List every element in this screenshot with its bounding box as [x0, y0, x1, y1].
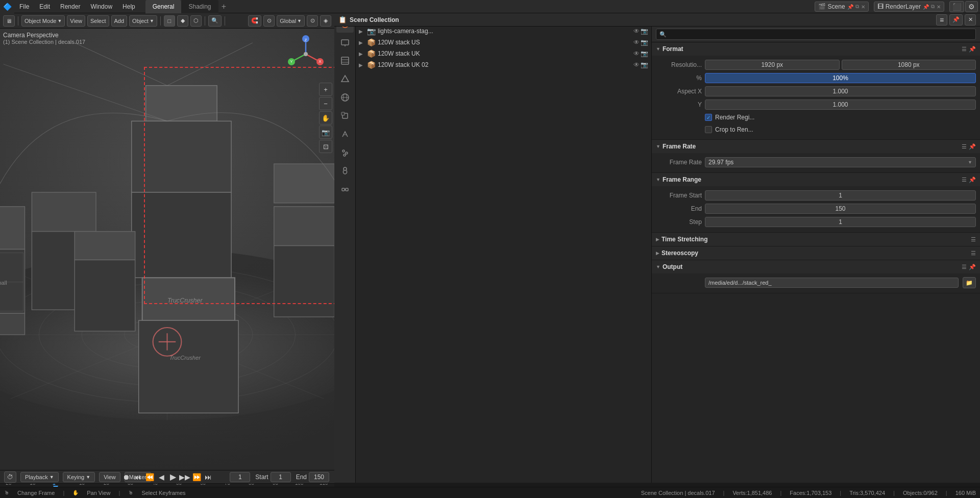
- outliner-item-120w-uk02[interactable]: ▶ 📦 120W stack UK 02 👁 📷: [356, 59, 651, 70]
- frame-step-value[interactable]: 1: [705, 217, 976, 227]
- start-frame-value[interactable]: 1: [271, 472, 291, 482]
- render-props-search-input[interactable]: [669, 31, 972, 37]
- outliner-item-120w-us[interactable]: ▶ 📦 120W stack US 👁 📷: [356, 37, 651, 48]
- frame-selected-button[interactable]: ⊡: [319, 140, 332, 153]
- item-render-icon-2[interactable]: 📷: [641, 39, 648, 46]
- expand-icon-1[interactable]: ▶: [359, 29, 365, 34]
- frame-range-menu-icon[interactable]: ☰: [962, 177, 967, 183]
- frame-rate-section-header[interactable]: ▼ Frame Rate ☰ 📌: [652, 140, 980, 153]
- item-render-icon-1[interactable]: 📷: [641, 28, 648, 35]
- outliner-close-button[interactable]: ✕: [965, 14, 976, 26]
- aspect-x-value[interactable]: 1.000: [705, 86, 976, 96]
- menu-help[interactable]: Help: [117, 0, 140, 13]
- time-stretching-section-header[interactable]: ▶ Time Stretching ☰: [652, 233, 980, 246]
- modifier-props-icon[interactable]: [336, 126, 354, 143]
- hand-tool-button[interactable]: ✋: [319, 111, 332, 124]
- end-frame-value[interactable]: 150: [309, 472, 329, 482]
- prev-keyframe-button[interactable]: ⏪: [144, 472, 155, 482]
- format-section-header[interactable]: ▼ Format ☰ 📌: [652, 42, 980, 56]
- jump-end-button[interactable]: ⏭: [203, 472, 213, 482]
- item-visibility-icon-2[interactable]: 👁: [633, 39, 640, 46]
- output-pin-icon[interactable]: 📌: [969, 264, 976, 270]
- select-menu-button[interactable]: Select: [87, 15, 109, 27]
- scene-props-icon[interactable]: [336, 70, 354, 88]
- expand-icon-4[interactable]: ▶: [359, 62, 365, 68]
- output-props-icon[interactable]: [336, 34, 354, 51]
- crop-render-checkbox[interactable]: [705, 126, 712, 133]
- frame-rate-menu-icon[interactable]: ☰: [962, 143, 967, 150]
- output-menu-icon[interactable]: ☰: [962, 264, 967, 270]
- scene-pin-icon[interactable]: 📌: [847, 4, 853, 10]
- view-layer-props-icon[interactable]: [336, 52, 354, 69]
- workspace-tab-add-button[interactable]: +: [218, 1, 230, 12]
- item-visibility-icon-3[interactable]: 👁: [633, 50, 640, 57]
- physics-props-icon[interactable]: [336, 162, 354, 180]
- output-path-browse-button[interactable]: 📁: [963, 277, 976, 288]
- view-menu-button[interactable]: View: [67, 15, 85, 27]
- resolution-y-value[interactable]: 1080 px: [842, 60, 976, 70]
- outliner-filter-button[interactable]: ≡: [936, 14, 947, 26]
- particles-props-icon[interactable]: [336, 144, 354, 161]
- menu-render[interactable]: Render: [55, 0, 85, 13]
- render-layer-copy-icon[interactable]: ⧉: [931, 4, 935, 10]
- settings-icon[interactable]: ⚙: [965, 1, 978, 12]
- next-keyframe-button[interactable]: ⏩: [191, 472, 202, 482]
- time-stretching-menu-icon[interactable]: ☰: [971, 236, 976, 243]
- frame-rate-pin-icon[interactable]: 📌: [969, 143, 976, 150]
- outliner-pin-button[interactable]: 📌: [949, 14, 963, 26]
- global-local-button[interactable]: Global ▼: [277, 15, 305, 27]
- editor-type-button[interactable]: 🖥: [3, 15, 15, 27]
- resolution-x-value[interactable]: 1920 px: [705, 60, 840, 70]
- scene-close-icon[interactable]: ✕: [861, 4, 865, 10]
- xray-toggle[interactable]: ◈: [320, 15, 331, 27]
- timeline-editor-icon[interactable]: ⏱: [4, 471, 16, 483]
- format-pin-icon[interactable]: 📌: [969, 46, 976, 53]
- render-layer-selector[interactable]: 🎞 RenderLayer 📌 ⧉ ✕: [874, 2, 944, 12]
- output-section-header[interactable]: ▼ Output ☰ 📌: [652, 260, 980, 273]
- item-visibility-icon-4[interactable]: 👁: [633, 61, 640, 68]
- blender-logo-icon[interactable]: 🔷: [0, 0, 14, 13]
- keying-menu-button[interactable]: Keying ▼: [63, 472, 95, 482]
- workspace-tab-shading[interactable]: Shading: [181, 0, 218, 13]
- snap-toggle[interactable]: 🧲: [248, 15, 261, 27]
- menu-file[interactable]: File: [14, 0, 34, 13]
- search-button[interactable]: 🔍: [208, 15, 222, 27]
- output-path-value[interactable]: /media/ed/d.../stack_red_: [705, 278, 959, 288]
- viewport-shading-material[interactable]: ◆: [177, 15, 188, 27]
- outliner-item-120w-uk[interactable]: ▶ 📦 120W stack UK 👁 📷: [356, 48, 651, 59]
- scene-copy-icon[interactable]: ⧉: [855, 4, 859, 10]
- menu-edit[interactable]: Edit: [34, 0, 55, 13]
- camera-view-button[interactable]: 📷: [319, 126, 332, 139]
- object-props-icon[interactable]: [336, 107, 354, 124]
- jump-start-button[interactable]: ⏮: [133, 472, 143, 482]
- menu-window[interactable]: Window: [85, 0, 117, 13]
- view-menu-button-timeline[interactable]: View: [99, 472, 120, 482]
- stereoscopy-section-header[interactable]: ▶ Stereoscopy ☰: [652, 246, 980, 260]
- render-layer-close-icon[interactable]: ✕: [937, 4, 941, 10]
- outliner-item-lights-camera[interactable]: ▶ 📷 lights-camera-stag... 👁 📷: [356, 26, 651, 37]
- frame-start-value[interactable]: 1: [705, 190, 976, 201]
- constraints-props-icon[interactable]: [336, 181, 354, 198]
- frame-range-pin-icon[interactable]: 📌: [969, 177, 976, 183]
- proportional-edit[interactable]: ⊙: [263, 15, 275, 27]
- object-menu-button[interactable]: Object ▼: [129, 15, 157, 27]
- viewport-shading-solid[interactable]: □: [164, 15, 175, 27]
- object-mode-button[interactable]: Object Mode ▼: [21, 15, 65, 27]
- expand-icon-2[interactable]: ▶: [359, 40, 365, 45]
- workspace-tab-general[interactable]: General: [145, 0, 182, 13]
- resolution-pct-value[interactable]: 100%: [705, 73, 976, 83]
- frame-range-section-header[interactable]: ▼ Frame Range ☰ 📌: [652, 173, 980, 186]
- current-frame-value[interactable]: 1: [230, 472, 250, 482]
- expand-icon-3[interactable]: ▶: [359, 51, 365, 57]
- overlay-toggle[interactable]: ⊙: [307, 15, 318, 27]
- item-render-icon-3[interactable]: 📷: [641, 50, 648, 57]
- playback-menu-button[interactable]: Playback ▼: [20, 472, 59, 482]
- item-visibility-icon-1[interactable]: 👁: [633, 28, 640, 35]
- add-menu-button[interactable]: Add: [111, 15, 128, 27]
- frame-end-value[interactable]: 150: [705, 204, 976, 214]
- render-region-checkbox[interactable]: ✓: [705, 114, 712, 121]
- record-button[interactable]: ⏺: [121, 472, 131, 482]
- world-props-icon[interactable]: [336, 89, 354, 106]
- aspect-y-value[interactable]: 1.000: [705, 99, 976, 110]
- item-render-icon-4[interactable]: 📷: [641, 61, 648, 68]
